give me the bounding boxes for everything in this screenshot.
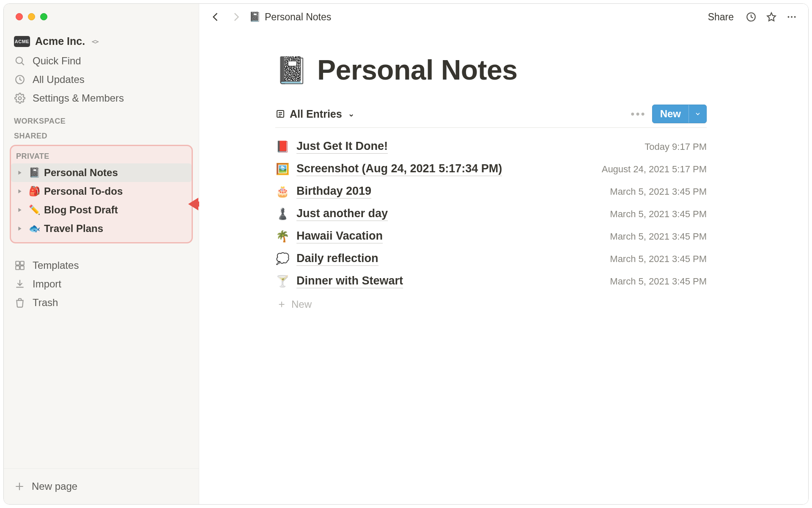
new-entry-button[interactable]: New [652,105,707,123]
list-item[interactable]: 💭 Daily reflection March 5, 2021 3:45 PM [275,248,707,270]
share-button[interactable]: Share [704,9,738,25]
nav-forward-button[interactable] [229,10,243,24]
settings-label: Settings & Members [33,92,124,104]
list-item[interactable]: 🖼️ Screenshot (Aug 24, 2021 5:17:34 PM) … [275,158,707,180]
minimize-window-button[interactable] [28,13,35,20]
private-section-highlight: PRIVATE 📓 Personal Notes 🎒 Personal To-d… [10,145,193,243]
close-window-button[interactable] [16,13,23,20]
workspace-name: Acme Inc. [35,35,85,47]
breadcrumb[interactable]: 📓 Personal Notes [249,11,331,23]
updates-button[interactable] [744,10,758,24]
entry-emoji: 💭 [275,252,290,265]
chevron-right-icon[interactable] [15,205,25,215]
add-new-row-button[interactable]: New [275,293,707,310]
svg-point-21 [794,16,796,18]
sidebar-page-personal-notes[interactable]: 📓 Personal Notes [11,163,192,182]
new-page-button[interactable]: New page [4,476,199,497]
chevron-down-icon [694,110,701,117]
section-private[interactable]: PRIVATE [11,149,192,163]
templates-button[interactable]: Templates [4,256,199,275]
page-body: 📓 Personal Notes All Entries ⌄ ••• New [275,30,707,310]
entry-date: March 5, 2021 3:45 PM [610,209,707,220]
svg-point-19 [787,16,789,18]
svg-rect-14 [20,266,24,270]
page-label: Travel Plans [44,223,103,235]
entry-title[interactable]: Hawaii Vacation [296,229,383,243]
list-item[interactable]: 🌴 Hawaii Vacation March 5, 2021 3:45 PM [275,225,707,248]
page-icon[interactable]: 📓 [275,55,308,86]
sidebar: ACME Acme Inc. ︿﹀ Quick Find All Updates… [4,4,199,504]
entry-title[interactable]: Dinner with Stewart [296,274,403,288]
svg-point-20 [791,16,793,18]
trash-button[interactable]: Trash [4,293,199,312]
section-shared[interactable]: SHARED [4,128,199,143]
entry-date: March 5, 2021 3:45 PM [610,231,707,242]
list-item[interactable]: 🎂 Birthday 2019 March 5, 2021 3:45 PM [275,180,707,203]
svg-point-0 [16,57,22,64]
all-updates-button[interactable]: All Updates [4,70,199,89]
maximize-window-button[interactable] [40,13,47,20]
entry-date: March 5, 2021 3:45 PM [610,186,707,197]
chevron-down-icon: ⌄ [348,109,354,119]
app-window: ACME Acme Inc. ︿﹀ Quick Find All Updates… [3,3,809,505]
star-icon [766,11,777,22]
sidebar-footer: New page [4,468,199,504]
chevron-right-icon[interactable] [15,168,25,177]
new-button-dropdown[interactable] [689,105,706,123]
share-label: Share [708,11,734,23]
svg-rect-11 [16,261,19,265]
view-selector[interactable]: All Entries ⌄ [275,108,354,120]
page-emoji: 🐟 [28,223,41,234]
page-title[interactable]: Personal Notes [317,54,518,86]
entry-title[interactable]: Screenshot (Aug 24, 2021 5:17:34 PM) [296,162,502,176]
page-emoji: 📓 [28,167,41,178]
entry-emoji: 🎂 [275,185,290,198]
entry-title[interactable]: Daily reflection [296,252,379,266]
svg-marker-5 [18,189,21,193]
entry-title[interactable]: Just Get It Done! [296,140,388,154]
new-row-label: New [291,298,312,310]
list-item[interactable]: ♟️ Just another day March 5, 2021 3:45 P… [275,203,707,225]
page-emoji: 🎒 [28,186,41,197]
svg-rect-12 [20,261,24,265]
new-button-label: New [653,105,689,123]
chevron-right-icon[interactable] [15,224,25,233]
settings-button[interactable]: Settings & Members [4,89,199,108]
more-button[interactable] [785,10,799,24]
entry-title[interactable]: Just another day [296,207,388,221]
window-controls [4,4,199,26]
list-item[interactable]: 🍸 Dinner with Stewart March 5, 2021 3:45… [275,270,707,293]
import-label: Import [33,278,61,290]
page-title-row: 📓 Personal Notes [275,54,707,86]
section-workspace[interactable]: WORKSPACE [4,108,199,128]
quick-find-label: Quick Find [33,55,81,67]
nav-back-button[interactable] [208,10,223,24]
entry-emoji: 🖼️ [275,163,290,176]
entry-date: August 24, 2021 5:17 PM [602,164,707,175]
quick-find-button[interactable]: Quick Find [4,52,199,70]
entry-date: March 5, 2021 3:45 PM [610,254,707,265]
download-icon [14,278,26,290]
sidebar-page-travel-plans[interactable]: 🐟 Travel Plans [11,219,192,238]
templates-icon [14,260,26,271]
favorite-button[interactable] [764,10,779,24]
chevron-right-icon[interactable] [15,187,25,196]
entries-list: 📕 Just Get It Done! Today 9:17 PM 🖼️ Scr… [275,135,707,310]
database-more-button[interactable]: ••• [625,108,652,121]
entry-emoji: 📕 [275,140,290,153]
workspace-switcher[interactable]: ACME Acme Inc. ︿﹀ [4,26,199,52]
all-updates-label: All Updates [33,74,85,86]
sidebar-page-blog-post-draft[interactable]: ✏️ Blog Post Draft [11,201,192,219]
entry-date: March 5, 2021 3:45 PM [610,276,707,287]
dots-horizontal-icon [786,11,797,22]
sidebar-page-personal-todos[interactable]: 🎒 Personal To-dos [11,182,192,201]
list-item[interactable]: 📕 Just Get It Done! Today 9:17 PM [275,135,707,158]
gear-icon [14,92,26,104]
topbar: 📓 Personal Notes Share [199,4,808,30]
new-page-label: New page [32,480,77,492]
trash-label: Trash [33,297,58,309]
entry-title[interactable]: Birthday 2019 [296,185,371,199]
import-button[interactable]: Import [4,275,199,293]
svg-marker-6 [18,208,21,212]
database-header: All Entries ⌄ ••• New [275,105,707,128]
